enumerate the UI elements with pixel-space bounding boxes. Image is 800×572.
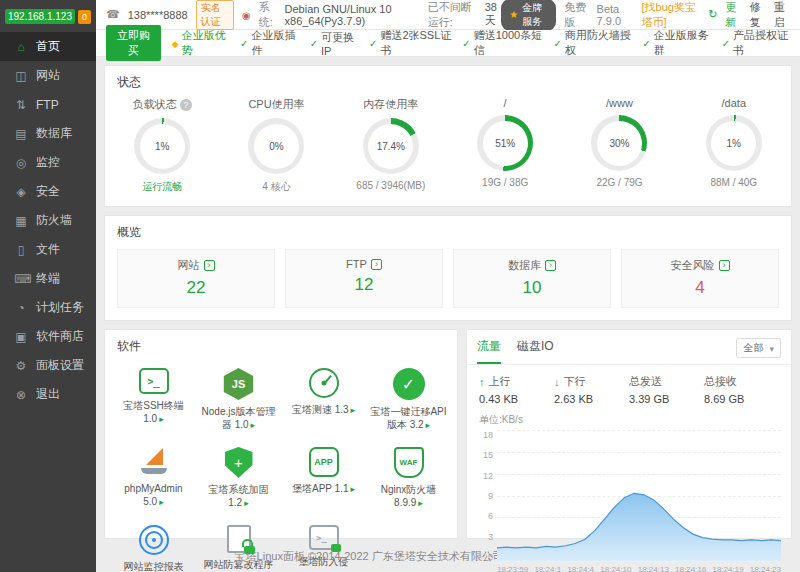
app-speedtest[interactable]: 宝塔测速 1.3 bbox=[281, 359, 366, 438]
sidebar-item-security[interactable]: ◈ 安全 bbox=[0, 177, 96, 206]
traffic-chart: 1815129630 bbox=[467, 430, 791, 562]
perk-label: 赠送2张SSL证书 bbox=[380, 28, 451, 58]
more-icon bbox=[416, 497, 423, 508]
more-icon bbox=[424, 419, 431, 430]
tab-disk-io[interactable]: 磁盘IO bbox=[517, 338, 554, 364]
app-name: phpMyAdmin 5.0 bbox=[124, 483, 182, 507]
app-nginx-waf[interactable]: Nginx防火墙 8.9.9 bbox=[366, 438, 451, 516]
app-name: 宝塔测速 1.3 bbox=[292, 404, 349, 415]
overview-security-risks[interactable]: 安全风险 4 bbox=[621, 249, 779, 308]
disk-data-sub-text: 88M / 40G bbox=[710, 177, 757, 188]
memory-percent: 17.4% bbox=[377, 141, 405, 152]
perk-item: 赠送1000条短信 bbox=[462, 28, 542, 58]
legend-label: 总发送 bbox=[629, 374, 662, 389]
diamond-icon bbox=[172, 37, 179, 49]
migration-icon bbox=[393, 368, 425, 400]
server-ip[interactable]: 192.168.1.123 bbox=[5, 9, 75, 24]
message-count-badge[interactable]: 0 bbox=[78, 10, 91, 24]
ftp-icon: ⇅ bbox=[14, 98, 28, 112]
perk-item: 企业版插件 bbox=[240, 28, 299, 58]
interface-filter-select[interactable]: 全部 bbox=[736, 338, 781, 358]
sidebar-item-monitor[interactable]: ◎ 监控 bbox=[0, 148, 96, 177]
overview-websites[interactable]: 网站 22 bbox=[117, 249, 275, 308]
check-icon bbox=[462, 37, 470, 49]
sidebar-item-appstore[interactable]: ▣ 软件商店 bbox=[0, 322, 96, 351]
detail-icon bbox=[719, 260, 730, 271]
update-link[interactable]: 更新 bbox=[725, 0, 741, 30]
status-disk-root: / 51% 19G / 38G bbox=[448, 97, 562, 194]
main-area: 138****8888 实名认证 系统: Debian GNU/Linux 10… bbox=[96, 0, 800, 572]
legend-label: 总接收 bbox=[704, 374, 737, 389]
traffic-legend: 上行 0.43 KB 下行 2.63 KB 总发送 3.39 GB 总接收 bbox=[467, 365, 791, 405]
status-label-text: CPU使用率 bbox=[248, 97, 304, 112]
sidebar-item-database[interactable]: ▤ 数据库 bbox=[0, 119, 96, 148]
repair-link[interactable]: 修复 bbox=[750, 0, 766, 30]
perk-label: 企业版插件 bbox=[251, 28, 298, 58]
version-label: Beta 7.9.0 bbox=[597, 3, 634, 27]
uptime-label: 已不间断运行: bbox=[428, 0, 477, 30]
sidebar-item-cron[interactable]: ◔ 计划任务 bbox=[0, 293, 96, 322]
bug-bounty-link[interactable]: [找bug奖宝塔币] bbox=[642, 0, 701, 30]
sidebar-item-home[interactable]: ⌂ 首页 bbox=[0, 32, 96, 61]
perk-item: 商用防火墙授权 bbox=[553, 28, 631, 58]
status-card-title: 状态 bbox=[105, 66, 791, 93]
realname-tag[interactable]: 实名认证 bbox=[196, 0, 234, 30]
app-name: 宝塔一键迁移API版本 3.2 bbox=[370, 406, 446, 430]
overview-card: 概览 网站 22 FTP 12 bbox=[104, 215, 792, 321]
topbar-right: 金牌服务 免费版 Beta 7.9.0 [找bug奖宝塔币] 更新 修复 重启 bbox=[501, 0, 790, 31]
app-hardening[interactable]: 宝塔系统加固 1.2 bbox=[196, 438, 281, 516]
perk-label: 企业版服务群 bbox=[654, 28, 711, 58]
info-icon[interactable] bbox=[180, 99, 192, 111]
cron-icon: ◔ bbox=[14, 301, 28, 315]
overview-ftp[interactable]: FTP 12 bbox=[285, 249, 443, 308]
overview-label-text: 网站 bbox=[178, 258, 200, 273]
memory-donut: 17.4% bbox=[363, 118, 419, 174]
more-icon bbox=[157, 413, 164, 424]
website-icon: ◫ bbox=[14, 69, 28, 83]
cpu-donut: 0% bbox=[248, 118, 304, 174]
status-disk-data-header: /data bbox=[722, 97, 746, 109]
sidebar-item-logout[interactable]: ⊗ 退出 bbox=[0, 380, 96, 409]
chart-y-axis: 1815129630 bbox=[475, 430, 493, 562]
app-bt-app[interactable]: 堡塔APP 1.1 bbox=[281, 438, 366, 516]
traffic-area-path bbox=[497, 493, 781, 561]
phpmyadmin-icon bbox=[138, 447, 170, 477]
sidebar-item-label: 软件商店 bbox=[36, 328, 84, 345]
traffic-card: 流量 磁盘IO 全部 上行 0.43 KB 下行 bbox=[466, 329, 792, 539]
sidebar-item-website[interactable]: ◫ 网站 bbox=[0, 61, 96, 90]
database-icon: ▤ bbox=[14, 127, 28, 141]
status-card: 状态 负载状态 1% 运行流畅 CPU使用率 bbox=[104, 65, 792, 207]
filter-value: 全部 bbox=[743, 341, 763, 355]
check-icon bbox=[369, 37, 377, 49]
enterprise-advantage-link[interactable]: 企业版优势 bbox=[172, 28, 229, 58]
bt-app-icon bbox=[309, 447, 339, 477]
sidebar-item-label: 终端 bbox=[36, 270, 60, 287]
uptime-value: 38天 bbox=[485, 1, 501, 28]
status-load-header: 负载状态 bbox=[133, 97, 192, 112]
topbar-left: 138****8888 实名认证 系统: Debian GNU/Linux 10… bbox=[106, 0, 501, 30]
sidebar-item-terminal[interactable]: ⌨ 终端 bbox=[0, 264, 96, 293]
app-ssh-terminal[interactable]: 宝塔SSH终端 1.0 bbox=[111, 359, 196, 438]
sidebar-item-firewall[interactable]: ▦ 防火墙 bbox=[0, 206, 96, 235]
sidebar-item-ftp[interactable]: ⇅ FTP bbox=[0, 90, 96, 119]
disk-www-donut: 30% bbox=[591, 115, 647, 171]
downstream-value: 2.63 KB bbox=[554, 393, 629, 405]
perk-label: 可更换IP bbox=[321, 30, 358, 57]
tab-traffic[interactable]: 流量 bbox=[477, 338, 501, 364]
sidebar-item-files[interactable]: ▯ 文件 bbox=[0, 235, 96, 264]
app-phpmyadmin[interactable]: phpMyAdmin 5.0 bbox=[111, 438, 196, 516]
gold-service-badge[interactable]: 金牌服务 bbox=[501, 0, 556, 31]
sidebar-item-settings[interactable]: ⚙ 面板设置 bbox=[0, 351, 96, 380]
account-phone[interactable]: 138****8888 bbox=[128, 9, 188, 21]
overview-databases[interactable]: 数据库 10 bbox=[453, 249, 611, 308]
app-name: 堡塔APP 1.1 bbox=[292, 483, 349, 494]
app-migration[interactable]: 宝塔一键迁移API版本 3.2 bbox=[366, 359, 451, 438]
buy-now-button[interactable]: 立即购买 bbox=[106, 25, 161, 61]
overview-websites-header: 网站 bbox=[178, 258, 215, 273]
bt-panel-app: 192.168.1.123 0 ⌂ 首页 ◫ 网站 ⇅ FTP ▤ 数据库 ◎ … bbox=[0, 0, 800, 572]
app-nodejs-manager[interactable]: Node.js版本管理器 1.0 bbox=[196, 359, 281, 438]
cpu-percent: 0% bbox=[269, 141, 283, 152]
restart-link[interactable]: 重启 bbox=[774, 0, 790, 30]
overview-ftp-header: FTP bbox=[346, 258, 382, 270]
os-value: Debian GNU/Linux 10 x86_64(Py3.7.9) bbox=[285, 3, 420, 27]
